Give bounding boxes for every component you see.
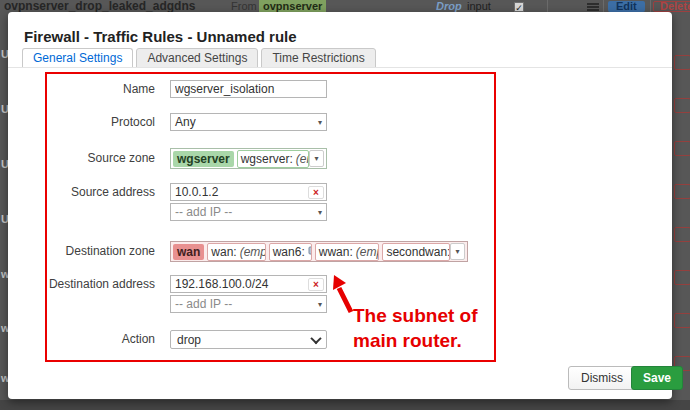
source-zone-label: Source zone	[24, 150, 155, 167]
chevron-down-icon[interactable]: ▾	[309, 150, 324, 167]
remove-icon[interactable]: ×	[308, 278, 324, 291]
dismiss-button[interactable]: Dismiss	[568, 366, 636, 390]
bg-delete-button-clipped[interactable]	[674, 270, 690, 285]
source-zone-dropdown[interactable]: wgserver wgserver: (empty) ▾	[170, 148, 327, 169]
zone-empty-state: (empty)	[296, 152, 309, 166]
zone-empty-state: (empty)	[240, 245, 266, 259]
source-address-label: Source address	[24, 184, 155, 201]
add-ip-placeholder: -- add IP --	[175, 205, 232, 219]
bg-delete-button-clipped[interactable]	[674, 141, 690, 156]
source-address-add-dropdown[interactable]: -- add IP -- ▾	[170, 203, 327, 221]
remove-icon[interactable]: ×	[308, 186, 324, 199]
interface-icon	[308, 246, 312, 257]
bg-delete-button[interactable]: Delete	[653, 1, 690, 12]
chevron-down-icon: ▾	[318, 300, 322, 309]
chevron-down-icon	[310, 332, 321, 343]
zone-empty-state: (empty)	[356, 245, 380, 259]
tab-underline	[8, 67, 672, 68]
bg-delete-button-clipped[interactable]	[674, 313, 690, 328]
source-address-item: 10.0.1.2 ×	[170, 183, 327, 201]
protocol-dropdown[interactable]: Any ▾	[170, 113, 327, 131]
bg-delete-button-clipped[interactable]	[674, 184, 690, 199]
chevron-down-icon: ▾	[318, 118, 322, 127]
save-button[interactable]: Save	[631, 366, 683, 390]
zone-option-wan[interactable]: wan: (empty)	[207, 243, 265, 261]
annotation-text: The subnet of main router.	[353, 303, 478, 353]
bg-delete-button-clipped[interactable]	[674, 55, 690, 70]
destination-address-item: 192.168.100.0/24 ×	[170, 275, 327, 293]
bg-page-strip	[0, 400, 690, 410]
dialog-title: Firewall - Traffic Rules - Unnamed rule	[24, 28, 297, 45]
tab-advanced-settings[interactable]: Advanced Settings	[136, 48, 258, 68]
traffic-rule-dialog: Firewall - Traffic Rules - Unnamed rule …	[8, 12, 672, 399]
rule-enabled-checkbox[interactable]: ✓	[514, 2, 524, 12]
destination-zone-label: Destination zone	[24, 243, 155, 260]
tab-general-settings[interactable]: General Settings	[22, 48, 133, 68]
bg-delete-button-clipped[interactable]	[674, 227, 690, 242]
tab-time-restrictions[interactable]: Time Restrictions	[261, 48, 375, 68]
name-label: Name	[24, 81, 155, 98]
row-menu-icon[interactable]	[587, 3, 599, 11]
zone-option-wwan[interactable]: wwan: (empty)	[315, 243, 380, 261]
protocol-value: Any	[175, 115, 196, 129]
destination-zone-dropdown[interactable]: wan wan: (empty) wan6: wwan: (empty) sec…	[170, 241, 468, 262]
destination-address-label: Destination address	[24, 276, 155, 293]
zone-option-wan6[interactable]: wan6:	[269, 243, 312, 261]
zone-badge-wgserver[interactable]: wgserver	[173, 151, 234, 167]
zone-option-wgserver[interactable]: wgserver: (empty)	[237, 150, 309, 168]
bg-edit-button[interactable]: Edit	[608, 1, 645, 12]
name-input[interactable]	[170, 80, 327, 98]
action-value: drop	[177, 333, 201, 347]
destination-address-add-dropdown[interactable]: -- add IP -- ▾	[170, 295, 327, 313]
add-ip-placeholder: -- add IP --	[175, 297, 232, 311]
bg-delete-button-clipped[interactable]	[674, 98, 690, 113]
zone-badge-wan[interactable]: wan	[173, 244, 204, 260]
action-select[interactable]: drop	[170, 330, 327, 349]
protocol-label: Protocol	[24, 114, 155, 131]
action-label: Action	[24, 331, 155, 348]
dialog-tabs: General Settings Advanced Settings Time …	[22, 48, 379, 68]
zone-option-secondwan[interactable]: secondwan: (er	[382, 243, 450, 261]
chevron-down-icon[interactable]: ▾	[450, 243, 465, 260]
source-address-value: 10.0.1.2	[175, 185, 306, 199]
destination-address-value: 192.168.100.0/24	[175, 277, 306, 291]
chevron-down-icon: ▾	[318, 208, 322, 217]
